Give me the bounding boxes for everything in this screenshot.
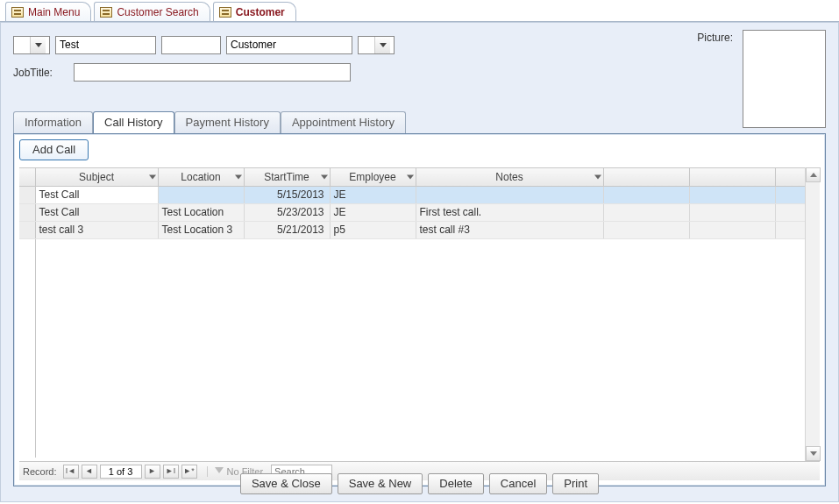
call-grid[interactable]: Subject Location StartTime Employee Note… — [19, 167, 820, 461]
middle-name-input[interactable] — [161, 36, 221, 54]
customer-form-panel: JobTitle: Picture: Information Call Hist… — [0, 22, 839, 502]
cell-location[interactable] — [158, 186, 244, 203]
tab-payment-history[interactable]: Payment History — [174, 111, 281, 133]
cell-subject[interactable]: Test Call — [35, 186, 158, 203]
add-call-button[interactable]: Add Call — [19, 139, 89, 160]
form-icon — [100, 7, 112, 18]
form-button-bar: Save & Close Save & New Delete Cancel Pr… — [1, 473, 838, 494]
last-name-input[interactable] — [226, 36, 352, 54]
picture-label: Picture: — [697, 32, 733, 44]
col-label: Notes — [495, 171, 523, 183]
chevron-down-icon[interactable] — [321, 174, 328, 179]
call-history-panel: Add Call Subject Location StartTime — [13, 133, 826, 486]
cell-start-time[interactable]: 5/23/2013 — [244, 203, 330, 221]
header-row: Subject Location StartTime Employee Note… — [19, 168, 820, 186]
tab-label: Customer — [236, 4, 285, 21]
tab-information[interactable]: Information — [13, 111, 93, 133]
col-empty[interactable] — [689, 168, 775, 186]
cell-employee[interactable]: JE — [330, 186, 416, 203]
chevron-down-icon[interactable] — [235, 174, 242, 179]
chevron-down-icon[interactable] — [594, 174, 601, 179]
tab-label: Main Menu — [28, 4, 80, 21]
table-row[interactable]: Test Call Test Location 5/23/2013 JE Fir… — [19, 203, 820, 221]
row-selector[interactable] — [19, 203, 35, 221]
print-button[interactable]: Print — [552, 473, 599, 494]
col-subject[interactable]: Subject — [35, 168, 158, 186]
cell-subject[interactable]: test call 3 — [35, 221, 158, 238]
prefix-input[interactable] — [14, 37, 30, 53]
jobtitle-input[interactable] — [74, 63, 351, 82]
tab-appointment-history[interactable]: Appointment History — [281, 111, 406, 133]
suffix-combo[interactable] — [358, 36, 395, 54]
row-selector[interactable] — [19, 221, 35, 238]
col-label: Employee — [349, 171, 395, 183]
tab-customer[interactable]: Customer — [213, 2, 296, 21]
form-tab-bar: Main Menu Customer Search Customer — [0, 2, 839, 22]
jobtitle-label: JobTitle: — [13, 67, 53, 79]
tab-main-menu[interactable]: Main Menu — [5, 2, 91, 21]
cell-subject[interactable]: Test Call — [35, 203, 158, 221]
cell-notes[interactable] — [416, 186, 603, 203]
scroll-up-icon[interactable] — [806, 167, 821, 182]
cell-location[interactable]: Test Location 3 — [158, 221, 244, 238]
save-close-button[interactable]: Save & Close — [240, 473, 332, 494]
chevron-down-icon[interactable] — [149, 174, 156, 179]
cancel-button[interactable]: Cancel — [489, 473, 547, 494]
delete-button[interactable]: Delete — [428, 473, 484, 494]
tab-label: Customer Search — [117, 4, 198, 21]
form-icon — [219, 7, 231, 18]
tab-customer-search[interactable]: Customer Search — [94, 2, 210, 21]
col-empty[interactable] — [603, 168, 689, 186]
cell-start-time[interactable]: 5/15/2013 — [244, 186, 330, 203]
save-new-button[interactable]: Save & New — [338, 473, 423, 494]
chevron-down-icon[interactable] — [374, 37, 390, 53]
col-start-time[interactable]: StartTime — [244, 168, 330, 186]
cell-employee[interactable]: p5 — [330, 221, 416, 238]
suffix-input[interactable] — [359, 37, 374, 53]
cell-start-time[interactable]: 5/21/2013 — [244, 221, 330, 238]
tab-call-history[interactable]: Call History — [93, 111, 174, 133]
prefix-combo[interactable] — [13, 36, 50, 54]
cell-employee[interactable]: JE — [330, 203, 416, 221]
chevron-down-icon[interactable] — [30, 37, 46, 53]
col-notes[interactable]: Notes — [416, 168, 603, 186]
cell-location[interactable]: Test Location — [158, 203, 244, 221]
grid-filler — [19, 238, 820, 458]
funnel-icon — [215, 467, 224, 473]
vertical-scrollbar[interactable] — [805, 167, 820, 461]
col-label: StartTime — [264, 171, 309, 183]
table-row[interactable]: test call 3 Test Location 3 5/21/2013 p5… — [19, 221, 820, 238]
picture-box[interactable] — [743, 30, 826, 128]
cell-notes[interactable]: First test call. — [416, 203, 603, 221]
chevron-down-icon[interactable] — [407, 174, 414, 179]
col-employee[interactable]: Employee — [330, 168, 416, 186]
first-name-input[interactable] — [55, 36, 156, 54]
row-selector-header[interactable] — [19, 168, 35, 186]
cell-notes[interactable]: test call #3 — [416, 221, 603, 238]
scroll-down-icon[interactable] — [806, 446, 821, 461]
col-label: Subject — [79, 171, 114, 183]
row-selector[interactable] — [19, 186, 35, 203]
sub-tab-bar: Information Call History Payment History… — [13, 111, 826, 133]
form-icon — [11, 7, 24, 18]
col-location[interactable]: Location — [158, 168, 244, 186]
col-label: Location — [181, 171, 220, 183]
jobtitle-row: JobTitle: — [13, 63, 826, 82]
table-row[interactable]: Test Call 5/15/2013 JE — [19, 186, 820, 203]
